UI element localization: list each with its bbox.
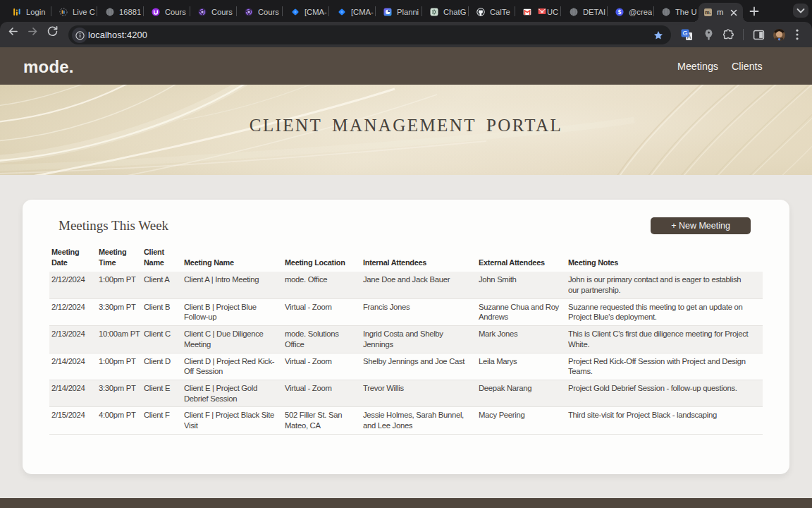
svg-text:$: $ [618, 9, 622, 16]
svg-text:m.: m. [705, 9, 711, 16]
svg-text:G: G [682, 30, 687, 37]
